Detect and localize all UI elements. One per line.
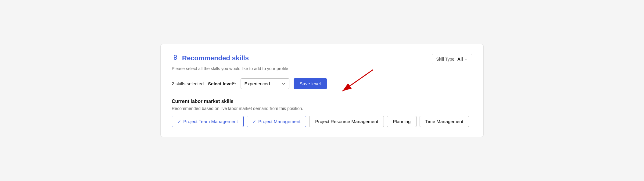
- skills-selected-count: 2 skills selected: [172, 81, 204, 86]
- labor-market-section: Current labor market skills Recommended …: [172, 99, 472, 127]
- chevron-down-icon: ⌄: [465, 57, 468, 61]
- skill-label: Project Resource Management: [315, 119, 378, 124]
- section-title: Recommended skills: [182, 54, 249, 62]
- skill-type-label: Skill Type:: [436, 57, 456, 62]
- skill-chip-project-management[interactable]: ✓ Project Management: [247, 116, 306, 127]
- level-select[interactable]: Experienced Beginner Intermediate Expert: [241, 78, 289, 89]
- skill-label: Planning: [393, 119, 410, 124]
- skill-chip-time-management[interactable]: Time Management: [420, 116, 469, 127]
- check-icon: ✓: [252, 119, 256, 124]
- skills-list: ✓ Project Team Management ✓ Project Mana…: [172, 116, 472, 127]
- select-level-row: 2 skills selected Select level*: Experie…: [172, 78, 472, 89]
- save-level-button[interactable]: Save level: [294, 78, 327, 89]
- select-level-label: Select level*:: [208, 81, 236, 86]
- skill-type-value: All: [457, 57, 463, 62]
- skill-label: Project Management: [258, 119, 300, 124]
- skill-chip-planning[interactable]: Planning: [387, 116, 416, 127]
- skill-chip-project-team-management[interactable]: ✓ Project Team Management: [172, 116, 244, 127]
- header-row: Recommended skills Skill Type: All ⌄: [172, 54, 472, 64]
- title-group: Recommended skills: [172, 54, 249, 62]
- recommended-skills-card: Recommended skills Skill Type: All ⌄ Ple…: [160, 44, 484, 137]
- labor-section-title: Current labor market skills: [172, 99, 472, 104]
- svg-line-3: [342, 70, 373, 91]
- skill-label: Time Management: [425, 119, 463, 124]
- bulb-icon: [172, 54, 179, 62]
- section-subtitle: Please select all the skills you would l…: [172, 66, 472, 71]
- skill-type-filter-button[interactable]: Skill Type: All ⌄: [432, 54, 472, 64]
- labor-section-subtitle: Recommended based on live labor market d…: [172, 106, 472, 111]
- skill-chip-project-resource-management[interactable]: Project Resource Management: [309, 116, 384, 127]
- skill-label: Project Team Management: [183, 119, 238, 124]
- check-icon: ✓: [177, 119, 181, 124]
- svg-point-0: [174, 55, 177, 58]
